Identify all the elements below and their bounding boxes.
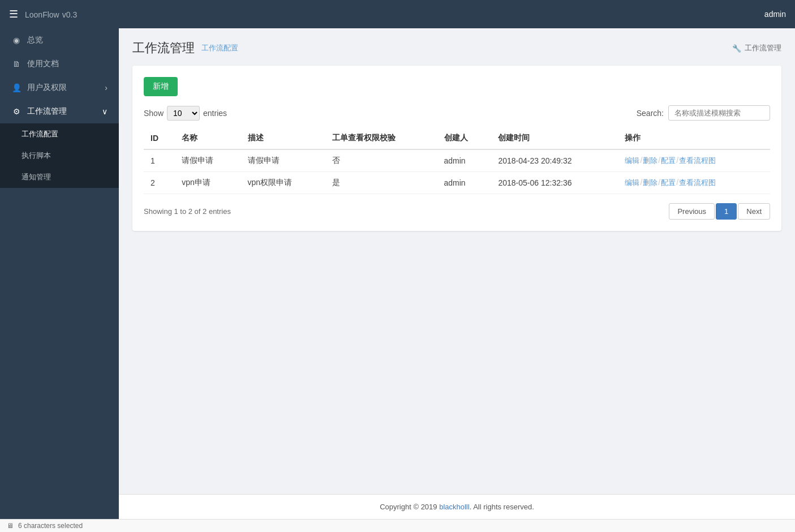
statusbar-icon: 🖥	[7, 522, 14, 530]
docs-icon: 🗎	[11, 59, 22, 68]
action-separator: /	[676, 178, 678, 187]
action-separator: /	[658, 156, 660, 165]
pagination: Previous 1 Next	[669, 203, 770, 220]
sidebar-item-label: 工作流管理	[27, 106, 67, 117]
pagination-area: Showing 1 to 2 of 2 entries Previous 1 N…	[144, 203, 770, 220]
add-button[interactable]: 新增	[144, 77, 178, 96]
table-row: 1 请假申请 请假申请 否 admin 2018-04-23 20:49:32 …	[144, 149, 770, 172]
action-配置[interactable]: 配置	[661, 156, 676, 165]
action-配置[interactable]: 配置	[661, 178, 676, 187]
col-permission: 工单查看权限校验	[325, 127, 437, 149]
breadcrumb-icon: 🔧	[732, 44, 741, 53]
search-label: Search:	[637, 109, 664, 118]
sidebar-item-label: 使用文档	[27, 59, 59, 69]
sidebar-sub-exec-script[interactable]: 执行脚本	[0, 145, 119, 166]
page-title: 工作流管理	[132, 40, 195, 57]
cell-desc: vpn权限申请	[241, 172, 325, 194]
users-icon: 👤	[11, 83, 22, 92]
action-删除[interactable]: 删除	[643, 178, 658, 187]
sidebar-sub-label: 通知管理	[22, 172, 51, 182]
cell-actions: 编辑/删除/配置/查看流程图	[618, 172, 770, 194]
cell-created-at: 2018-05-06 12:32:36	[491, 172, 618, 194]
col-actions: 操作	[618, 127, 770, 149]
show-label: Show	[144, 109, 164, 118]
breadcrumb-link[interactable]: 工作流配置	[201, 43, 238, 53]
breadcrumb: 🔧 工作流管理	[732, 43, 781, 53]
entries-select[interactable]: 10 25 50 100	[167, 106, 200, 121]
sidebar-sub-workflow-config[interactable]: 工作流配置	[0, 123, 119, 145]
chevron-down-icon: ∨	[102, 107, 108, 116]
user-menu[interactable]: admin	[764, 10, 786, 19]
col-desc: 描述	[241, 127, 325, 149]
showing-text: Showing 1 to 2 of 2 entries	[144, 207, 231, 216]
table-header-row: ID 名称 描述 工单查看权限校验 创建人 创建时间 操作	[144, 127, 770, 149]
action-查看流程图[interactable]: 查看流程图	[679, 156, 716, 165]
cell-name: vpn申请	[175, 172, 240, 194]
action-编辑[interactable]: 编辑	[625, 156, 639, 165]
action-删除[interactable]: 删除	[643, 156, 658, 165]
search-area: Search:	[637, 105, 770, 121]
action-separator: /	[658, 178, 660, 187]
sidebar: ◉ 总览 🗎 使用文档 👤 用户及权限 › ⚙ 工作流管理 ∨ 工作流配置	[0, 28, 119, 519]
col-id: ID	[144, 127, 175, 149]
action-编辑[interactable]: 编辑	[625, 178, 639, 187]
footer-suffix: . All rights reserved.	[470, 503, 534, 511]
main-card: 新增 Show 10 25 50 100 entries S	[132, 66, 781, 231]
sidebar-item-label: 总览	[27, 35, 43, 45]
table-controls: Show 10 25 50 100 entries Search:	[144, 105, 770, 121]
statusbar: 🖥 6 characters selected	[0, 519, 795, 532]
footer-copyright: Copyright © 2019	[380, 503, 439, 511]
sidebar-sub-notify[interactable]: 通知管理	[0, 166, 119, 188]
breadcrumb-text: 工作流管理	[745, 43, 781, 53]
action-separator: /	[640, 178, 642, 187]
sidebar-item-overview[interactable]: ◉ 总览	[0, 28, 119, 52]
search-input[interactable]	[668, 105, 770, 121]
hamburger-icon[interactable]: ☰	[9, 8, 18, 20]
cell-id: 1	[144, 149, 175, 172]
statusbar-text: 6 characters selected	[18, 522, 83, 530]
cell-created-at: 2018-04-23 20:49:32	[491, 149, 618, 172]
show-entries: Show 10 25 50 100 entries	[144, 106, 227, 121]
action-separator: /	[676, 156, 678, 165]
cell-creator: admin	[437, 149, 492, 172]
topbar: ☰ LoonFlow v0.3 admin	[0, 0, 795, 28]
col-creator: 创建人	[437, 127, 492, 149]
action-查看流程图[interactable]: 查看流程图	[679, 178, 716, 187]
page-header: 工作流管理 工作流配置 🔧 工作流管理	[132, 40, 781, 57]
sidebar-item-users[interactable]: 👤 用户及权限 ›	[0, 76, 119, 100]
cell-permission: 是	[325, 172, 437, 194]
footer-brand-link[interactable]: blackholll	[439, 503, 469, 511]
cell-name: 请假申请	[175, 149, 240, 172]
cell-permission: 否	[325, 149, 437, 172]
sidebar-sub-label: 工作流配置	[22, 129, 58, 139]
chevron-right-icon: ›	[105, 83, 108, 92]
sidebar-item-docs[interactable]: 🗎 使用文档	[0, 52, 119, 76]
app-logo: LoonFlow v0.3	[25, 8, 77, 20]
prev-button[interactable]: Previous	[669, 203, 715, 220]
page-1-button[interactable]: 1	[716, 203, 737, 220]
data-table: ID 名称 描述 工单查看权限校验 创建人 创建时间 操作 1 请假申请 请假申…	[144, 127, 770, 194]
footer: Copyright © 2019 blackholll. All rights …	[119, 494, 795, 519]
entries-label: entries	[203, 109, 227, 118]
table-row: 2 vpn申请 vpn权限申请 是 admin 2018-05-06 12:32…	[144, 172, 770, 194]
cell-actions: 编辑/删除/配置/查看流程图	[618, 149, 770, 172]
overview-icon: ◉	[11, 36, 22, 45]
col-created-at: 创建时间	[491, 127, 618, 149]
sidebar-sub-label: 执行脚本	[22, 151, 51, 161]
next-button[interactable]: Next	[738, 203, 770, 220]
content-area: 工作流管理 工作流配置 🔧 工作流管理 新增 Show 10	[119, 28, 795, 494]
cell-creator: admin	[437, 172, 492, 194]
cell-desc: 请假申请	[241, 149, 325, 172]
sidebar-item-workflow[interactable]: ⚙ 工作流管理 ∨	[0, 100, 119, 123]
action-separator: /	[640, 156, 642, 165]
workflow-icon: ⚙	[11, 107, 22, 116]
col-name: 名称	[175, 127, 240, 149]
cell-id: 2	[144, 172, 175, 194]
sidebar-item-label: 用户及权限	[27, 83, 67, 93]
